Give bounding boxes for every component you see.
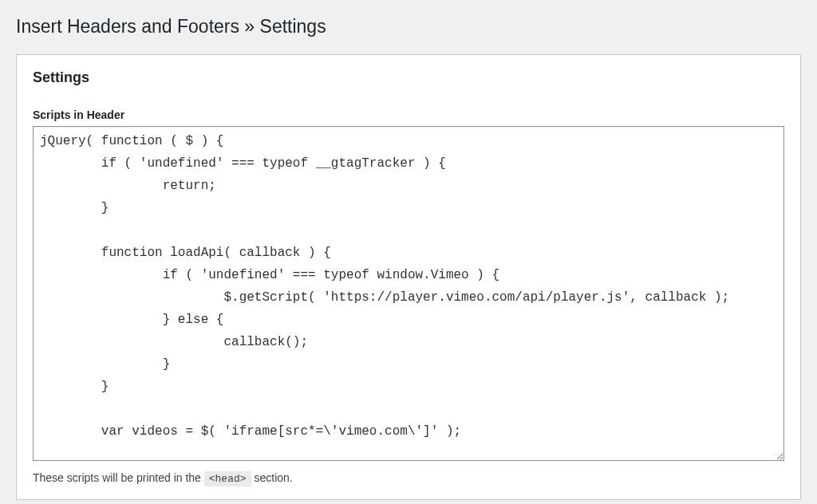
scripts-header-label: Scripts in Header [33, 108, 784, 121]
helper-suffix: section. [254, 471, 292, 484]
head-tag-code: <head> [204, 471, 251, 486]
page-wrap: Insert Headers and Footers » Settings Se… [0, 0, 817, 500]
settings-box: Settings Scripts in Header These scripts… [16, 54, 801, 500]
page-title: Insert Headers and Footers » Settings [16, 8, 801, 42]
scripts-header-helper: These scripts will be printed in the <he… [33, 471, 784, 485]
scripts-header-textarea[interactable] [33, 126, 784, 461]
settings-heading: Settings [33, 69, 784, 86]
helper-prefix: These scripts will be printed in the [33, 471, 204, 484]
